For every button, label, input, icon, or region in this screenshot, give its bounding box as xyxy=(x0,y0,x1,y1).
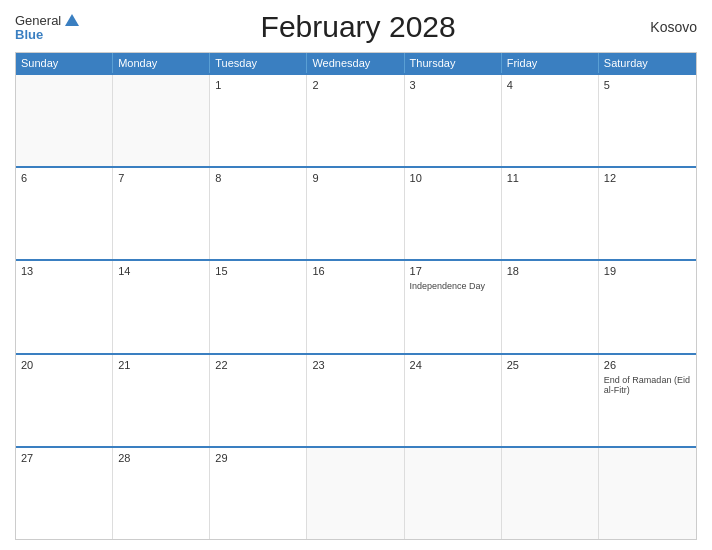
calendar-week-row: 1314151617Independence Day1819 xyxy=(16,259,696,352)
day-number: 9 xyxy=(312,172,398,184)
calendar-cell: 2 xyxy=(307,75,404,166)
day-number: 13 xyxy=(21,265,107,277)
calendar-grid: SundayMondayTuesdayWednesdayThursdayFrid… xyxy=(15,52,697,540)
calendar-cell: 10 xyxy=(405,168,502,259)
calendar-cell xyxy=(16,75,113,166)
calendar-cell: 26End of Ramadan (Eid al-Fitr) xyxy=(599,355,696,446)
day-number: 18 xyxy=(507,265,593,277)
calendar-title: February 2028 xyxy=(79,10,637,44)
day-number: 20 xyxy=(21,359,107,371)
calendar-week-row: 12345 xyxy=(16,73,696,166)
day-of-week-header: Saturday xyxy=(599,53,696,73)
day-number: 11 xyxy=(507,172,593,184)
calendar-cell: 3 xyxy=(405,75,502,166)
calendar-week-row: 20212223242526End of Ramadan (Eid al-Fit… xyxy=(16,353,696,446)
calendar-week-row: 6789101112 xyxy=(16,166,696,259)
calendar-header-row: SundayMondayTuesdayWednesdayThursdayFrid… xyxy=(16,53,696,73)
day-of-week-header: Monday xyxy=(113,53,210,73)
calendar-cell: 11 xyxy=(502,168,599,259)
calendar-cell: 12 xyxy=(599,168,696,259)
day-number: 15 xyxy=(215,265,301,277)
calendar-cell: 14 xyxy=(113,261,210,352)
day-number: 19 xyxy=(604,265,691,277)
calendar-cell: 28 xyxy=(113,448,210,539)
calendar-cell: 21 xyxy=(113,355,210,446)
calendar-cell: 15 xyxy=(210,261,307,352)
day-number: 25 xyxy=(507,359,593,371)
day-of-week-header: Wednesday xyxy=(307,53,404,73)
calendar-cell: 19 xyxy=(599,261,696,352)
logo-triangle-icon xyxy=(65,14,79,26)
calendar-page: General Blue February 2028 Kosovo Sunday… xyxy=(0,0,712,550)
day-of-week-header: Friday xyxy=(502,53,599,73)
day-number: 16 xyxy=(312,265,398,277)
calendar-cell: 9 xyxy=(307,168,404,259)
day-of-week-header: Tuesday xyxy=(210,53,307,73)
calendar-cell xyxy=(599,448,696,539)
calendar-cell: 20 xyxy=(16,355,113,446)
calendar-cell: 29 xyxy=(210,448,307,539)
calendar-cell xyxy=(502,448,599,539)
day-number: 29 xyxy=(215,452,301,464)
calendar-cell: 27 xyxy=(16,448,113,539)
day-number: 21 xyxy=(118,359,204,371)
calendar-cell xyxy=(113,75,210,166)
day-number: 3 xyxy=(410,79,496,91)
calendar-cell: 13 xyxy=(16,261,113,352)
calendar-cell: 25 xyxy=(502,355,599,446)
day-number: 8 xyxy=(215,172,301,184)
calendar-week-row: 272829 xyxy=(16,446,696,539)
day-number: 7 xyxy=(118,172,204,184)
calendar-body: 1234567891011121314151617Independence Da… xyxy=(16,73,696,539)
event-label: Independence Day xyxy=(410,281,496,292)
calendar-cell: 5 xyxy=(599,75,696,166)
country-label: Kosovo xyxy=(637,19,697,35)
day-number: 14 xyxy=(118,265,204,277)
calendar-cell: 6 xyxy=(16,168,113,259)
day-number: 23 xyxy=(312,359,398,371)
calendar-cell xyxy=(307,448,404,539)
calendar-cell: 7 xyxy=(113,168,210,259)
day-number: 6 xyxy=(21,172,107,184)
day-of-week-header: Thursday xyxy=(405,53,502,73)
header: General Blue February 2028 Kosovo xyxy=(15,10,697,44)
logo-general-text: General xyxy=(15,14,61,27)
calendar-cell: 1 xyxy=(210,75,307,166)
day-number: 26 xyxy=(604,359,691,371)
calendar-cell: 8 xyxy=(210,168,307,259)
day-number: 22 xyxy=(215,359,301,371)
day-number: 24 xyxy=(410,359,496,371)
day-number: 2 xyxy=(312,79,398,91)
day-number: 5 xyxy=(604,79,691,91)
day-of-week-header: Sunday xyxy=(16,53,113,73)
calendar-cell: 4 xyxy=(502,75,599,166)
day-number: 27 xyxy=(21,452,107,464)
day-number: 4 xyxy=(507,79,593,91)
calendar-cell: 18 xyxy=(502,261,599,352)
logo-blue-text: Blue xyxy=(15,28,79,41)
event-label: End of Ramadan (Eid al-Fitr) xyxy=(604,375,691,397)
calendar-cell: 16 xyxy=(307,261,404,352)
day-number: 12 xyxy=(604,172,691,184)
day-number: 28 xyxy=(118,452,204,464)
day-number: 1 xyxy=(215,79,301,91)
calendar-cell: 24 xyxy=(405,355,502,446)
day-number: 17 xyxy=(410,265,496,277)
day-number: 10 xyxy=(410,172,496,184)
calendar-cell xyxy=(405,448,502,539)
calendar-cell: 23 xyxy=(307,355,404,446)
calendar-cell: 17Independence Day xyxy=(405,261,502,352)
logo: General Blue xyxy=(15,14,79,41)
calendar-cell: 22 xyxy=(210,355,307,446)
